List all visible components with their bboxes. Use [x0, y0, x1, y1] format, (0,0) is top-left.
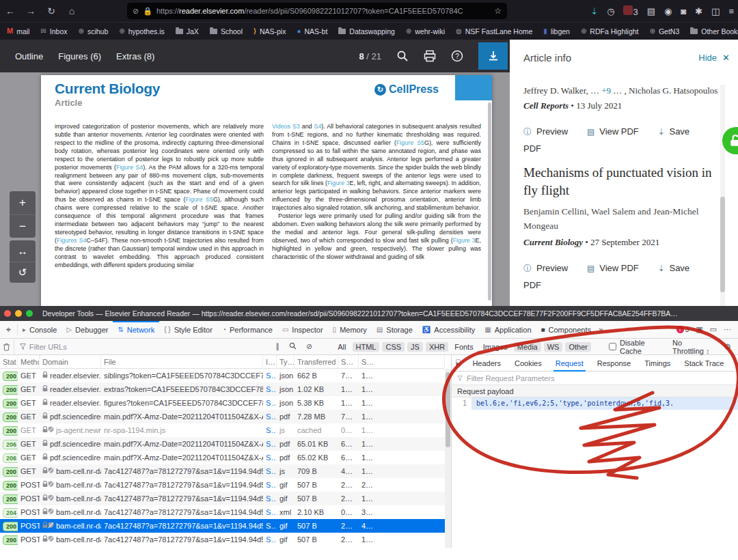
figure-link[interactable]: Videos S3 [272, 123, 300, 130]
tab-inspector[interactable]: ▭Inspector [277, 321, 328, 339]
close-window-button[interactable] [4, 310, 11, 317]
menu-icon[interactable]: ≡ [728, 6, 734, 16]
forward-icon[interactable]: → [20, 5, 41, 16]
bookmark-star-icon[interactable]: ☆ [494, 6, 502, 16]
devtools-titlebar[interactable]: Developer Tools — Elsevier Enhanced Read… [0, 306, 738, 321]
filter-type-xhr[interactable]: XHR [426, 342, 448, 352]
bookmark-libgen[interactable]: ▮libgen [543, 27, 570, 36]
shield-extension-icon[interactable]: ◉ [664, 6, 672, 16]
url-bar[interactable]: ⊘ 🔒 https://reader.elsevier.com/reader/s… [127, 3, 507, 19]
detail-tab-cookies[interactable]: Cookies [508, 355, 548, 372]
bookmark-nas-pix[interactable]: ⟩NAS-pix [254, 27, 286, 36]
figure-link[interactable]: Figure S5 [396, 139, 424, 146]
sidebar-icon[interactable]: ◫ [711, 6, 720, 16]
disable-cache-checkbox[interactable]: Disable Cache [609, 339, 660, 355]
network-request-row[interactable]: 200GETpdf.sciencedirect…main.pdf?X-Amz-D… [0, 410, 445, 423]
download-pdf-button[interactable] [478, 42, 508, 70]
block-request-icon[interactable]: ⊘ [306, 342, 312, 351]
detail-tab-response[interactable]: Response [591, 355, 638, 372]
network-request-row[interactable]: 200POSTbam-cell.nr-da…7ac4127487?a=78127… [0, 492, 445, 505]
network-request-row[interactable]: 206GETpdf.sciencedirect…main.pdf?X-Amz-D… [0, 437, 445, 451]
initiator-link[interactable]: S… [263, 369, 277, 382]
filter-type-media[interactable]: Media [514, 342, 541, 352]
filter-type-css[interactable]: CSS [382, 342, 405, 352]
network-request-row[interactable]: 200GETreader.elsevier.comextras?token=CA… [0, 382, 445, 396]
bookmark-nas-bt[interactable]: ●NAS-bt [297, 27, 327, 36]
extras-button[interactable]: Extras (8) [116, 51, 154, 61]
back-icon[interactable]: ← [0, 5, 20, 16]
checkbox[interactable] [609, 343, 616, 350]
pick-element-icon[interactable]: ⌖ [0, 324, 18, 335]
bookmark-scihub[interactable]: ⊕scihub [79, 27, 109, 36]
bookmark-inbox[interactable]: ✉Inbox [40, 27, 67, 36]
pause-traffic-icon[interactable]: ∥ [276, 342, 280, 351]
column-header-4[interactable]: I… [263, 355, 277, 369]
column-header-3[interactable]: File [101, 355, 263, 369]
bookmark-dataswapping[interactable]: Dataswapping [338, 27, 395, 36]
table-scrollbar-thumb[interactable] [446, 372, 450, 447]
preview-button[interactable]: ⓘPreview [523, 263, 568, 273]
maximize-window-button[interactable] [26, 310, 33, 317]
initiator-link[interactable]: S… [263, 410, 277, 423]
notes-extension-icon[interactable]: ▤ [647, 6, 655, 16]
detail-tab-se[interactable]: Se [731, 355, 738, 372]
tab-performance[interactable]: ◔Performance [217, 321, 277, 339]
settings-dots-icon[interactable]: ⋯ [724, 325, 731, 334]
split-console-icon[interactable]: ▣ [696, 325, 702, 334]
request-payload-code[interactable]: 1 bel.6;e,'fi,ev6,2;5,'type,'pointerdown… [452, 397, 738, 410]
resend-request-icon[interactable]: ▶ [456, 359, 461, 367]
column-header-5[interactable]: Ty… [277, 355, 295, 369]
responsive-mode-icon[interactable]: ▭ [710, 325, 717, 334]
network-request-row[interactable]: 200GETreader.elsevier.comfigures?token=C… [0, 396, 445, 410]
downloads-icon[interactable]: ⇣ [590, 6, 598, 16]
view-pdf-button[interactable]: ▤View PDF [587, 263, 639, 273]
tab-components[interactable]: ■Components [536, 321, 596, 339]
zoom-out-button[interactable]: − [10, 214, 36, 238]
preview-button[interactable]: ⓘPreview [523, 126, 568, 137]
figure-link[interactable]: Figure 3 [327, 180, 350, 186]
detail-tab-stack-trace[interactable]: Stack Trace [678, 355, 730, 372]
network-request-row[interactable]: 200GETbam-cell.nr-da…7ac4127487?a=781272… [0, 464, 445, 478]
network-request-row[interactable]: 200POSTbam-cell.nr-da…7ac4127487?a=78127… [0, 478, 445, 492]
figure-link[interactable]: S4 [314, 123, 321, 130]
more-authors-link[interactable]: +9 [601, 87, 611, 96]
figures-button[interactable]: Figures (6) [58, 51, 101, 61]
fit-width-button[interactable]: ↔ [10, 240, 36, 262]
detail-tab-request[interactable]: Request [549, 355, 590, 372]
bookmark-wehr-wiki[interactable]: ⊕wehr-wiki [406, 27, 445, 36]
network-request-row[interactable]: 200GETjs-agent.newre…nr-spa-1194.min.jsS… [0, 423, 445, 437]
request-payload-header[interactable]: Request payload [452, 385, 738, 397]
tab-style-editor[interactable]: { }Style Editor [159, 321, 217, 339]
filter-request-parameters-input[interactable]: Filter Request Parameters [452, 372, 738, 385]
help-icon[interactable]: ? [451, 50, 463, 62]
initiator-link[interactable]: S… [263, 464, 277, 478]
tab-application[interactable]: ▦Application [480, 321, 536, 339]
print-icon[interactable] [424, 50, 436, 62]
tab-network[interactable]: ⇅Network [113, 321, 159, 339]
filter-urls-input[interactable]: Filter URLs [20, 343, 272, 351]
filter-type-html[interactable]: HTML [353, 342, 380, 352]
filter-type-ws[interactable]: WS [544, 342, 563, 352]
initiator-link[interactable]: S… [263, 437, 277, 451]
close-icon[interactable]: ✕ [722, 53, 730, 63]
detail-tab-timings[interactable]: Timings [638, 355, 676, 372]
tab-accessibility[interactable]: ♿Accessibility [418, 321, 480, 339]
bookmark-nsf-fastlane-home[interactable]: ◍NSF FastLane Home [456, 27, 532, 36]
hide-panel-button[interactable]: Hide✕ [698, 52, 730, 64]
column-header-7[interactable]: S… [338, 355, 359, 369]
view-pdf-button[interactable]: ▤View PDF [587, 126, 639, 137]
reload-icon[interactable]: ↻ [41, 5, 62, 16]
column-header-6[interactable]: Transferred [295, 355, 338, 369]
tab-storage[interactable]: ▤Storage [372, 321, 418, 339]
bookmark-getn3[interactable]: ⊕GetN3 [650, 27, 680, 36]
pdf-viewport[interactable]: Current Biology Article ↻ CellPress impr… [0, 72, 510, 306]
column-header-2[interactable]: Domain [40, 355, 101, 369]
article-title[interactable]: Mechanisms of punctuated vision in fly f… [523, 164, 728, 199]
table-header-row[interactable]: Stat…MethodDomainFileI…Ty…TransferredS…S… [0, 355, 445, 369]
other-bookmarks[interactable]: Other Bookmarks [690, 27, 738, 36]
initiator-link[interactable]: S… [263, 519, 277, 533]
detail-tab-headers[interactable]: Headers [466, 355, 507, 372]
column-header-0[interactable]: Stat… [0, 355, 18, 369]
figure-link[interactable]: Figure 3 [453, 237, 476, 244]
figure-link[interactable]: Figure S4 [116, 164, 143, 171]
